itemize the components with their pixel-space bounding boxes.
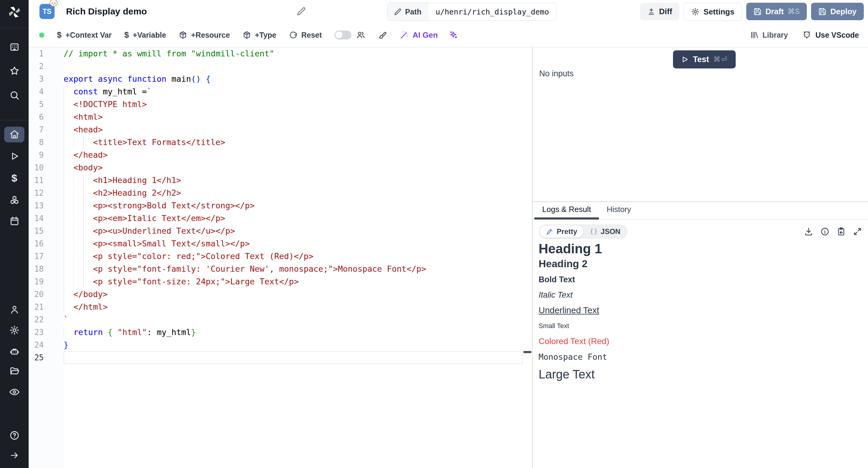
sidebar-item-schedules[interactable] [0,216,29,226]
code-editor[interactable]: 1// import * as wmill from "windmill-cli… [29,47,532,468]
code-line[interactable]: 24} [29,339,532,351]
sidebar-item-folders[interactable] [0,366,29,376]
dollar-icon: $ [57,30,61,40]
download-icon[interactable] [804,227,813,236]
code-line[interactable]: 17 <p style="color: red;">Colored Text (… [29,250,532,263]
code-line[interactable]: 10 <body> [29,161,532,174]
code-line[interactable]: 11 <h1>Heading 1</h1> [29,174,532,187]
overview-ruler-cursor-mark [524,351,531,353]
code-line[interactable]: 4 const my_html =` [29,85,532,98]
code-line[interactable]: 2 [29,60,532,73]
sidebar-item-users[interactable] [0,304,29,315]
line-number: 3 [29,73,44,85]
sidebar-item-settings[interactable] [0,325,29,335]
info-icon[interactable] [820,227,830,236]
indent-guide [73,275,74,288]
windmill-logo[interactable] [0,5,29,19]
use-vscode-button[interactable]: Use VScode [802,30,859,39]
gutter-decoration [44,174,64,187]
sidebar-item-audit-logs[interactable] [0,387,29,397]
add-type-button[interactable]: +Type [243,31,276,39]
sidebar-item-resources[interactable] [0,195,29,205]
view-mode-switch: Pretty JSON [538,224,627,239]
sidebar-item-workspace[interactable] [0,42,29,52]
code-text: <!DOCTYPE html> [64,98,532,111]
settings-button[interactable]: Settings [684,3,742,21]
code-line[interactable]: 1// import * as wmill from "windmill-cli… [29,47,532,60]
view-mode-json[interactable]: JSON [584,226,626,238]
pencil-icon [394,8,401,16]
view-mode-pretty[interactable]: Pretty [540,226,583,238]
sidebar-expand-button[interactable] [0,450,29,461]
tab-history[interactable]: History [599,205,639,219]
refresh-icon [289,31,298,39]
tab-logs-and-result[interactable]: Logs & Result [534,205,599,219]
search-icon [9,90,20,100]
add-context-var-button[interactable]: $ +Context Var [57,30,112,40]
code-line[interactable]: 20 </body> [29,288,532,301]
code-line[interactable]: 6 <html> [29,111,532,123]
ai-sparkles-button[interactable] [449,30,458,39]
code-line[interactable]: 9 </head> [29,149,532,161]
script-path-control[interactable]: Path u/henri/rich_display_demo [387,3,556,21]
code-line[interactable]: 23 return { "html": my_html} [29,326,532,339]
sidebar-item-variables[interactable]: $ [0,172,29,184]
folder-icon [9,366,20,376]
draft-button[interactable]: Draft ⌘S [746,3,807,20]
line-number: 1 [29,47,44,60]
library-icon [750,31,758,39]
code-line[interactable]: 14 <p><em>Italic Text</em></p> [29,212,532,225]
code-line[interactable]: 3export async function main() { [29,73,532,85]
code-line[interactable]: 25 [29,351,532,364]
indent-guide [64,149,64,161]
path-label: Path [388,3,428,21]
result-text-h1: Heading 1 [538,241,868,257]
sidebar-item-search[interactable] [0,90,29,100]
multiplayer-toggle[interactable] [335,30,351,39]
gutter-decoration [44,250,64,263]
sidebar-item-favorites[interactable] [0,66,29,76]
clipboard-copy-icon[interactable] [837,227,846,236]
code-line[interactable]: 5 <!DOCTYPE html> [29,98,532,111]
line-number: 16 [29,237,44,250]
code-line[interactable]: 8 <title>Text Formats</title> [29,136,532,149]
sidebar-item-runs[interactable] [0,151,29,161]
reset-button[interactable]: Reset [289,31,322,39]
code-text: export async function main() { [64,73,532,85]
line-number: 9 [29,149,44,161]
code-line[interactable]: 12 <h2>Heading 2</h2> [29,187,532,199]
indent-guide [73,187,74,199]
gutter-decoration [44,60,64,73]
code-text: <p><strong>Bold Text</strong></p> [64,199,532,212]
library-button[interactable]: Library [750,31,788,39]
braces-icon [590,228,598,235]
gutter-decoration [44,123,64,136]
code-line[interactable]: 16 <p><small>Small Text</small></p> [29,237,532,250]
sidebar-item-help[interactable] [0,430,29,441]
code-line[interactable]: 15 <p><u>Underlined Text</u></p> [29,225,532,237]
test-button[interactable]: Test ⌘⏎ [673,50,736,68]
code-line[interactable]: 7 <head> [29,123,532,136]
collaborators-button[interactable] [356,30,365,39]
indent-guide [64,136,64,149]
line-number: 8 [29,136,44,149]
indent-guide [83,212,84,225]
code-line[interactable]: 22` [29,313,532,326]
add-resource-button[interactable]: +Resource [179,31,230,39]
sidebar-item-home[interactable] [0,129,29,140]
diff-button[interactable]: Diff [640,3,679,20]
ai-gen-button[interactable]: AI Gen [400,30,438,40]
code-line[interactable]: 18 <p style="font-family: 'Courier New',… [29,263,532,275]
code-line[interactable]: 13 <p><strong>Bold Text</strong></p> [29,199,532,212]
save-icon [753,7,762,16]
format-button[interactable] [378,30,387,39]
deploy-button[interactable]: Deploy [811,3,864,20]
edit-title-button[interactable] [297,7,306,16]
code-line[interactable]: 21 </html> [29,301,532,313]
sidebar-item-workers[interactable] [0,346,29,356]
code-line[interactable]: 19 <p style="font-size: 24px;">Large Tex… [29,275,532,288]
code-text: <p><em>Italic Text</em></p> [64,212,532,225]
expand-icon[interactable] [853,227,862,236]
line-number: 4 [29,85,44,98]
add-variable-button[interactable]: $ +Variable [124,30,166,40]
